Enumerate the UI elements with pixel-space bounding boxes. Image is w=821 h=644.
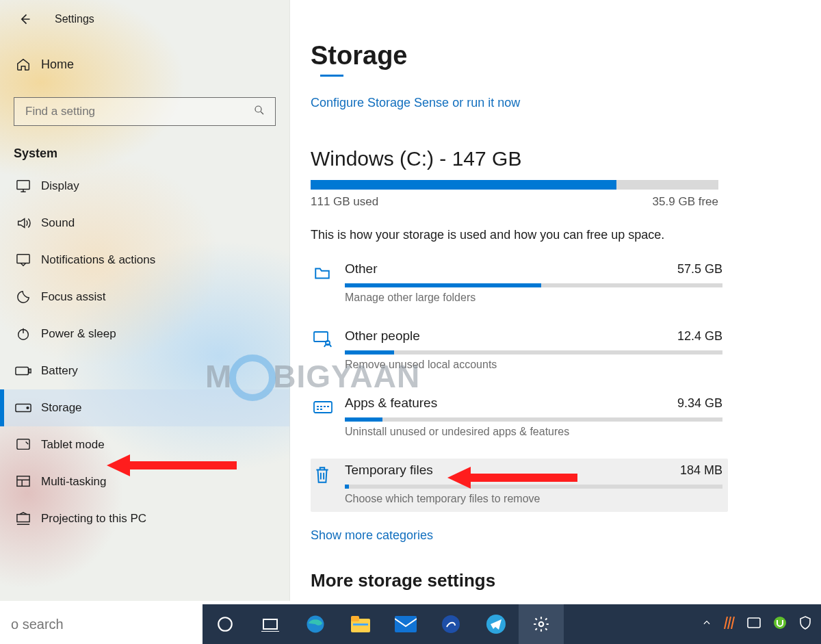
sidebar-item-label: Notifications & actions: [41, 253, 155, 267]
projecting-icon: [15, 511, 31, 527]
tablet-tray-icon[interactable]: [747, 617, 761, 631]
category-bar: [345, 350, 722, 355]
sidebar-item-sound[interactable]: Sound: [0, 205, 289, 242]
sidebar-item-projecting-to-this-pc[interactable]: Projecting to this PC: [0, 500, 289, 537]
storage-icon: [15, 400, 31, 416]
taskbar-search-input[interactable]: [10, 616, 193, 633]
storage-category-temporary-files[interactable]: Temporary files184 MBChoose which tempor…: [311, 459, 728, 512]
settings-search[interactable]: [14, 97, 276, 126]
svg-rect-26: [748, 618, 760, 628]
taskbar-cortana[interactable]: [203, 604, 248, 644]
home-label: Home: [41, 57, 74, 72]
svg-point-23: [442, 615, 460, 633]
cortana-icon: [216, 615, 234, 633]
taskbar-telegram[interactable]: [473, 604, 519, 644]
home-icon: [15, 56, 31, 73]
category-sub: Choose which temporary files to remove: [345, 493, 722, 505]
sidebar-item-label: Sound: [41, 216, 75, 230]
people-icon: [313, 331, 333, 350]
category-bar: [345, 417, 722, 422]
power-icon: [15, 326, 31, 342]
svg-point-16: [218, 617, 232, 631]
chevron-up-icon[interactable]: [702, 618, 712, 630]
sidebar-item-battery[interactable]: Battery: [0, 352, 289, 389]
taskbar: [0, 604, 821, 644]
configure-storage-sense-link[interactable]: Configure Storage Sense or run it now: [311, 96, 520, 110]
svg-rect-9: [17, 476, 29, 487]
drive-title: Windows (C:) - 147 GB: [311, 147, 728, 170]
sidebar-item-label: Display: [41, 179, 79, 193]
more-storage-settings-title: More storage settings: [311, 570, 728, 591]
show-more-categories-link[interactable]: Show more categories: [311, 528, 728, 543]
drive-usage-fill: [311, 180, 616, 190]
category-sub: Manage other large folders: [345, 292, 722, 304]
sidebar-item-multi-tasking[interactable]: Multi-tasking: [0, 463, 289, 500]
category-size: 9.34 GB: [677, 396, 722, 411]
edge-icon: [305, 614, 326, 634]
sidebar-item-label: Multi-tasking: [41, 475, 106, 489]
svg-rect-11: [314, 332, 328, 342]
category-name: Temporary files: [345, 463, 433, 478]
taskbar-settings[interactable]: [519, 604, 564, 644]
window-title: Settings: [55, 13, 94, 25]
svg-rect-10: [17, 515, 29, 522]
svg-point-25: [539, 622, 544, 627]
battery-icon: [15, 363, 31, 379]
sidebar-item-notifications-actions[interactable]: Notifications & actions: [0, 242, 289, 279]
tablet-icon: [15, 437, 31, 453]
sidebar-home[interactable]: Home: [0, 48, 289, 81]
category-name: Other: [345, 261, 378, 276]
category-sub: Uninstall unused or undesired apps & fea…: [345, 426, 722, 438]
sound-icon: [15, 215, 31, 231]
svg-rect-13: [314, 402, 332, 413]
storage-category-other-people[interactable]: Other people12.4 GBRemove unused local a…: [311, 324, 728, 378]
stripes-tray-icon[interactable]: [724, 617, 735, 632]
sidebar-item-label: Projecting to this PC: [41, 512, 146, 526]
telegram-icon: [486, 614, 506, 634]
multitask-icon: [15, 474, 31, 490]
taskbar-edge[interactable]: [293, 604, 338, 644]
taskbar-app-blue[interactable]: [428, 604, 473, 644]
gear-icon: [532, 615, 550, 633]
storage-category-other[interactable]: Other57.5 GBManage other large folders: [311, 257, 728, 311]
svg-rect-2: [17, 255, 29, 263]
sidebar-item-label: Power & sleep: [41, 327, 116, 341]
back-button[interactable]: [15, 10, 34, 29]
taskbar-tray: [702, 616, 821, 632]
sidebar-item-label: Storage: [41, 401, 82, 415]
category-size: 57.5 GB: [677, 262, 722, 276]
category-bar: [345, 283, 722, 287]
sidebar-item-focus-assist[interactable]: Focus assist: [0, 279, 289, 315]
sidebar-item-display[interactable]: Display: [0, 168, 289, 205]
sidebar-item-power-sleep[interactable]: Power & sleep: [0, 315, 289, 352]
taskbar-explorer[interactable]: [338, 604, 383, 644]
taskview-icon: [261, 617, 279, 632]
category-size: 184 MB: [680, 463, 722, 478]
svg-point-27: [774, 617, 786, 629]
sidebar-item-label: Tablet mode: [41, 438, 105, 452]
apps-icon: [313, 398, 333, 417]
settings-sidebar: Settings Home System DisplaySoundNotific…: [0, 0, 290, 601]
notifications-icon: [15, 252, 31, 268]
taskbar-taskview[interactable]: [248, 604, 293, 644]
svg-rect-4: [16, 367, 28, 374]
storage-page: Storage Configure Storage Sense or run i…: [311, 41, 728, 589]
category-bar: [345, 485, 722, 489]
taskbar-search[interactable]: [0, 604, 203, 644]
search-input[interactable]: [24, 104, 244, 119]
focus-assist-icon: [15, 289, 31, 305]
shield-tray-icon[interactable]: [799, 616, 811, 632]
sidebar-item-tablet-mode[interactable]: Tablet mode: [0, 426, 289, 463]
storage-category-apps-features[interactable]: Apps & features9.34 GBUninstall unused o…: [311, 391, 728, 445]
free-label: 35.9 GB free: [653, 195, 718, 209]
sidebar-item-label: Focus assist: [41, 290, 105, 304]
svg-rect-21: [353, 623, 368, 626]
taskbar-mail[interactable]: [383, 604, 428, 644]
folder-icon: [313, 264, 333, 283]
utorrent-tray-icon[interactable]: [773, 616, 787, 632]
drive-usage-bar: [311, 180, 718, 190]
sidebar-item-storage[interactable]: Storage: [0, 389, 289, 426]
category-sub: Remove unused local accounts: [345, 359, 722, 371]
svg-rect-5: [29, 369, 31, 373]
svg-point-0: [255, 106, 261, 112]
